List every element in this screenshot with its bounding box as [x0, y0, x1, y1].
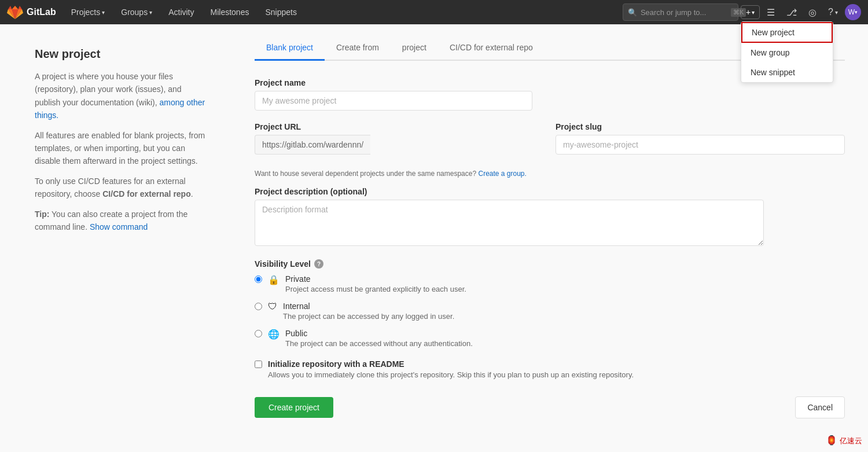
- nav-snippets[interactable]: Snippets: [259, 0, 302, 24]
- shield-icon: 🛡: [268, 302, 277, 312]
- visibility-help-icon[interactable]: ?: [314, 259, 323, 269]
- tab-cicd-external[interactable]: CI/CD for external repo: [438, 36, 545, 61]
- plus-btn-wrapper: + ▾ New project New group New snippet: [741, 5, 760, 19]
- user-avatar-icon: W: [848, 8, 855, 16]
- project-name-group: Project name: [255, 78, 845, 111]
- search-input[interactable]: [641, 8, 727, 17]
- nav-snippets-label: Snippets: [265, 8, 296, 17]
- tab-blank-project[interactable]: Blank project: [255, 36, 325, 61]
- nav-milestones-label: Milestones: [211, 8, 249, 17]
- nav-groups-label: Groups: [121, 8, 148, 17]
- nav-projects[interactable]: Projects ▾: [65, 0, 111, 24]
- right-panel: Blank project Create from project CI/CD …: [231, 24, 868, 452]
- help-button[interactable]: ? ▾: [823, 0, 843, 24]
- visibility-heading: Visibility Level ?: [255, 259, 845, 269]
- visibility-public-radio[interactable]: [255, 330, 262, 337]
- brand-name: GitLab: [27, 7, 56, 17]
- create-group-link[interactable]: Create a group.: [478, 170, 526, 178]
- lock-icon: 🔒: [268, 274, 279, 285]
- visibility-public-option: 🌐 Public The project can be accessed wit…: [255, 329, 845, 348]
- readme-title: Initialize repository with a README: [268, 359, 634, 369]
- main-content: New project A project is where you house…: [0, 24, 868, 452]
- groups-chevron-icon: ▾: [149, 9, 152, 16]
- merge-requests-button[interactable]: ⎇: [782, 0, 801, 24]
- tip-label: Tip:: [35, 210, 49, 219]
- watermark-icon: 🏮: [826, 435, 837, 445]
- nav-projects-label: Projects: [71, 8, 101, 17]
- show-command-link[interactable]: Show command: [90, 222, 148, 231]
- project-slug-group: Project slug: [556, 122, 845, 155]
- help-chevron-icon: ▾: [835, 9, 838, 16]
- issues-icon: ◎: [808, 7, 816, 18]
- visibility-internal-radio[interactable]: [255, 303, 262, 310]
- url-prefix: https://gitlab.com/wardennn/: [255, 135, 370, 155]
- visibility-internal-option: 🛡 Internal The project can be accessed b…: [255, 302, 845, 321]
- page-title: New project: [35, 47, 208, 61]
- navbar-right: 🔍 ⌘K + ▾ New project New group New snipp…: [623, 0, 861, 24]
- avatar-chevron-icon: ▾: [855, 9, 858, 15]
- project-description-label: Project description (optional): [255, 187, 845, 196]
- projects-chevron-icon: ▾: [102, 9, 105, 16]
- public-title: Public: [285, 329, 473, 338]
- intro-para-2: All features are enabled for blank proje…: [35, 129, 208, 168]
- watermark: 🏮 亿速云: [826, 435, 862, 446]
- plus-icon: +: [746, 8, 751, 17]
- todo-icon: ☰: [767, 7, 775, 18]
- project-url-label: Project URL: [255, 122, 544, 131]
- readme-desc: Allows you to immediately clone this pro…: [268, 370, 634, 379]
- merge-icon: ⎇: [786, 7, 797, 18]
- search-box[interactable]: 🔍 ⌘K: [623, 3, 738, 21]
- user-avatar-button[interactable]: W ▾: [845, 4, 861, 20]
- dropdown-new-group[interactable]: New group: [741, 43, 833, 63]
- help-icon: ?: [828, 7, 833, 17]
- project-name-input[interactable]: [255, 91, 532, 111]
- visibility-private-radio[interactable]: [255, 275, 262, 283]
- new-project-form: Project name Project URL https://gitlab.…: [255, 78, 845, 418]
- nav-groups[interactable]: Groups ▾: [115, 0, 158, 24]
- intro-para-3: To only use CI/CD features for an extern…: [35, 175, 208, 201]
- url-slug-row: Project URL https://gitlab.com/wardennn/…: [255, 122, 845, 166]
- new-item-button[interactable]: + ▾: [741, 5, 760, 19]
- internal-desc: The project can be accessed by any logge…: [283, 312, 454, 321]
- project-slug-label: Project slug: [556, 122, 845, 131]
- project-description-group: Project description (optional): [255, 187, 845, 248]
- brand-logo[interactable]: GitLab: [7, 4, 56, 20]
- todo-button[interactable]: ☰: [762, 0, 779, 24]
- visibility-section: Visibility Level ? 🔒 Private Project acc…: [255, 259, 845, 348]
- new-item-dropdown: New project New group New snippet: [741, 21, 833, 83]
- readme-checkbox[interactable]: [255, 361, 262, 368]
- cancel-button[interactable]: Cancel: [795, 396, 845, 418]
- cicd-bold: CI/CD for external repo: [102, 189, 190, 199]
- visibility-private-option: 🔒 Private Project access must be granted…: [255, 274, 845, 293]
- readme-checkbox-row: Initialize repository with a README Allo…: [255, 359, 845, 379]
- tab-create-from[interactable]: Create from: [325, 36, 391, 61]
- private-title: Private: [285, 274, 466, 284]
- namespace-help: Want to house several dependent projects…: [255, 170, 845, 178]
- navbar: GitLab Projects ▾ Groups ▾ Activity Mile…: [0, 0, 868, 24]
- url-input-wrapper: https://gitlab.com/wardennn/: [255, 135, 544, 155]
- tip-para: Tip: You can also create a project from …: [35, 208, 208, 234]
- dropdown-new-snippet[interactable]: New snippet: [741, 63, 833, 82]
- nav-activity[interactable]: Activity: [163, 0, 200, 24]
- tab-import-project[interactable]: project: [391, 36, 438, 61]
- project-slug-input[interactable]: [556, 135, 845, 155]
- public-desc: The project can be accessed without any …: [285, 339, 473, 348]
- form-actions: Create project Cancel: [255, 396, 845, 418]
- create-project-button[interactable]: Create project: [255, 397, 333, 418]
- project-url-group: Project URL https://gitlab.com/wardennn/: [255, 122, 544, 155]
- left-panel: New project A project is where you house…: [0, 24, 231, 452]
- internal-title: Internal: [283, 302, 454, 311]
- dropdown-new-project[interactable]: New project: [741, 22, 833, 43]
- intro-para-1: A project is where you house your files …: [35, 70, 208, 122]
- nav-milestones[interactable]: Milestones: [205, 0, 255, 24]
- nav-activity-label: Activity: [168, 8, 194, 17]
- issues-button[interactable]: ◎: [804, 0, 821, 24]
- globe-icon: 🌐: [268, 329, 279, 340]
- project-description-input[interactable]: [255, 200, 764, 246]
- search-icon: 🔍: [628, 8, 637, 17]
- plus-chevron-icon: ▾: [752, 9, 755, 16]
- gitlab-logo-icon: [7, 4, 23, 20]
- private-desc: Project access must be granted explicitl…: [285, 285, 466, 293]
